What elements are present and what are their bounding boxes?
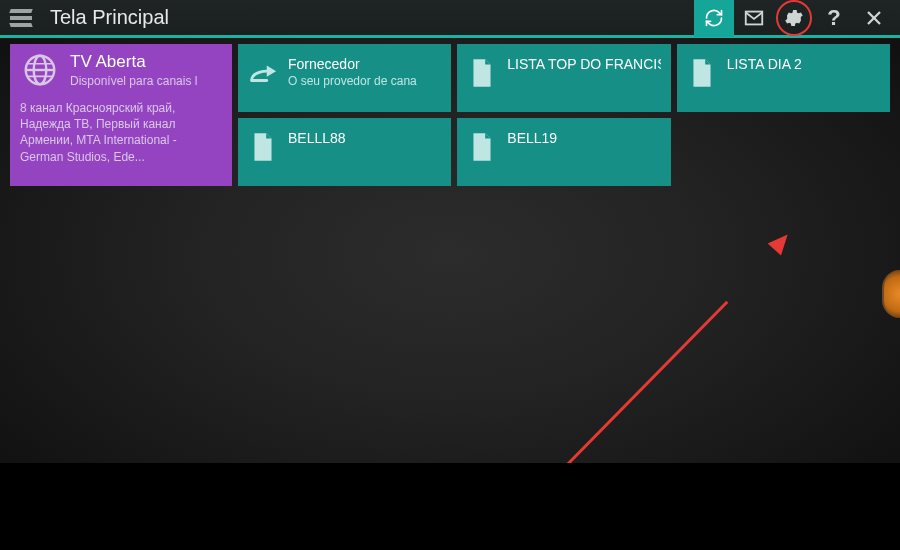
globe-icon bbox=[20, 50, 60, 90]
tile-lista-dia-2[interactable]: LISTA DIA 2 bbox=[677, 44, 890, 112]
tile-grid: Fornecedor O seu provedor de cana LISTA … bbox=[238, 44, 890, 186]
mail-icon bbox=[743, 7, 765, 29]
help-icon: ? bbox=[827, 5, 840, 31]
tile-belll88[interactable]: BELLL88 bbox=[238, 118, 451, 186]
menu-icon[interactable] bbox=[6, 9, 36, 27]
settings-button[interactable] bbox=[774, 0, 814, 37]
refresh-button[interactable] bbox=[694, 0, 734, 37]
file-icon bbox=[687, 56, 717, 90]
gear-icon bbox=[783, 7, 805, 29]
bottom-blank-area bbox=[0, 463, 900, 550]
refresh-icon bbox=[704, 8, 724, 28]
file-icon bbox=[467, 56, 497, 90]
provider-arrow-icon bbox=[248, 56, 278, 90]
tile-subtitle: O seu provedor de cana bbox=[288, 74, 417, 88]
tile-lista-top-do-francis[interactable]: LISTA TOP DO FRANCIS bbox=[457, 44, 670, 112]
close-button[interactable] bbox=[854, 0, 894, 37]
tile-bell19[interactable]: BELL19 bbox=[457, 118, 670, 186]
tile-title: LISTA DIA 2 bbox=[727, 56, 802, 72]
tile-title: LISTA TOP DO FRANCIS bbox=[507, 56, 660, 72]
featured-tile-subtitle: Disponível para canais l bbox=[70, 74, 197, 88]
topbar: Tela Principal ? bbox=[0, 0, 900, 38]
tile-title: BELL19 bbox=[507, 130, 557, 146]
tile-title: BELLL88 bbox=[288, 130, 346, 146]
close-icon bbox=[865, 9, 883, 27]
featured-tile-title: TV Aberta bbox=[70, 52, 197, 72]
featured-tile-tv-aberta[interactable]: TV Aberta Disponível para canais l 8 кан… bbox=[10, 44, 232, 186]
svg-marker-6 bbox=[267, 66, 276, 77]
app-screen: Tela Principal ? bbox=[0, 0, 900, 463]
side-drawer-handle[interactable] bbox=[882, 270, 900, 318]
featured-tile-description: 8 канал Красноярский край, Надежда ТВ, П… bbox=[20, 100, 222, 165]
mail-button[interactable] bbox=[734, 0, 774, 37]
tile-title: Fornecedor bbox=[288, 56, 417, 72]
page-title: Tela Principal bbox=[50, 6, 169, 29]
tile-fornecedor[interactable]: Fornecedor O seu provedor de cana bbox=[238, 44, 451, 112]
content-area: TV Aberta Disponível para canais l 8 кан… bbox=[0, 38, 900, 192]
file-icon bbox=[467, 130, 497, 164]
file-icon bbox=[248, 130, 278, 164]
help-button[interactable]: ? bbox=[814, 0, 854, 37]
